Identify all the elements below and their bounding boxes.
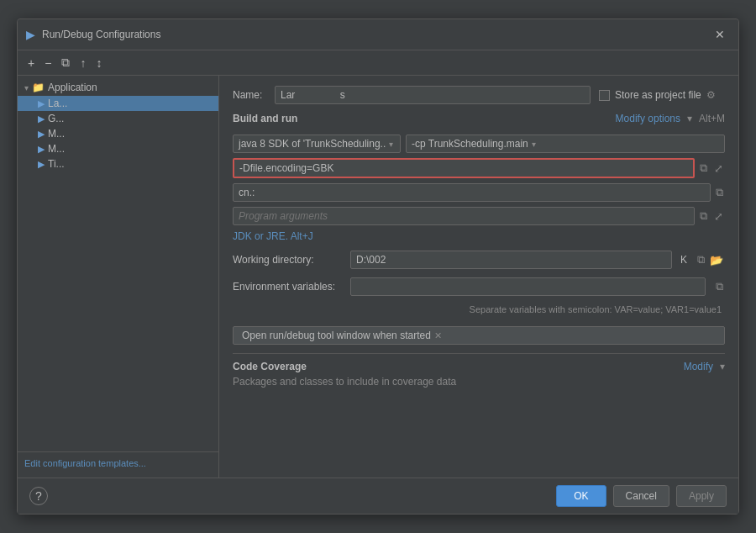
cp-arrow-icon: ▾	[532, 140, 536, 149]
sidebar-item-label-3: M...	[48, 143, 65, 155]
dialog-title: Run/Debug Configurations	[42, 29, 160, 40]
sdk-value: java 8 SDK of 'TrunkScheduling..	[239, 138, 386, 150]
modify-options-group: Modify options ▾ Alt+M	[616, 113, 725, 124]
open-window-tag-row: Open run/debug tool window when started …	[233, 326, 725, 345]
sidebar-section-application: ▾ 📁 Application ▶ La... ▶ G... ▶ M...	[18, 79, 218, 172]
working-dir-input[interactable]	[350, 251, 672, 269]
prog-expand-icon[interactable]: ⤢	[712, 208, 725, 224]
name-label: Name:	[233, 89, 266, 101]
sdk-arrow-icon: ▾	[389, 140, 393, 149]
coverage-modify-link[interactable]: Modify	[684, 361, 713, 372]
vm-copy-icon[interactable]: ⧉	[698, 160, 709, 177]
copy-config-button[interactable]: ⧉	[58, 54, 73, 71]
working-dir-copy-icon[interactable]: ⧉	[696, 251, 706, 268]
env-vars-label: Environment variables:	[233, 281, 342, 293]
vm-expand-icon[interactable]: ⤢	[712, 161, 725, 177]
main-class-copy-icon[interactable]: ⧉	[714, 184, 725, 201]
build-run-header: Build and run Modify options ▾ Alt+M	[233, 113, 725, 124]
file-icon-2: ▶	[38, 129, 45, 140]
sidebar-item-4[interactable]: ▶ Ti...	[18, 156, 218, 172]
main-class-input[interactable]	[233, 183, 711, 202]
title-bar: ▶ Run/Debug Configurations ✕	[18, 19, 738, 50]
title-bar-left: ▶ Run/Debug Configurations	[26, 28, 160, 41]
chevron-down-icon: ▾	[24, 83, 29, 92]
footer-buttons: OK Cancel Apply	[556, 485, 727, 507]
env-vars-row: Environment variables: ⧉	[233, 277, 725, 296]
build-run-title: Build and run	[233, 113, 297, 124]
folder-icon: 📁	[32, 82, 45, 93]
prog-copy-icon[interactable]: ⧉	[698, 208, 709, 224]
dialog-footer: ? OK Cancel Apply	[18, 478, 738, 514]
config-panel: Name: Store as project file ⚙ Build and …	[219, 76, 738, 478]
coverage-desc: Packages and classes to include in cover…	[233, 376, 456, 388]
program-args-input[interactable]	[233, 207, 695, 225]
sidebar-item-0[interactable]: ▶ La...	[18, 96, 218, 111]
coverage-modify-arrow: ▾	[720, 361, 725, 372]
sdk-select[interactable]: java 8 SDK of 'TrunkScheduling.. ▾	[233, 135, 401, 153]
working-dir-k[interactable]: K	[680, 254, 687, 266]
program-args-row: ⧉ ⤢	[233, 207, 725, 225]
sidebar-item-label-4: Ti...	[48, 158, 65, 170]
file-icon: ▶	[38, 98, 45, 109]
env-vars-expand-icon[interactable]: ⧉	[714, 278, 725, 295]
modify-options-link[interactable]: Modify options	[616, 113, 680, 124]
main-class-row: ⧉	[233, 183, 725, 202]
store-checkbox[interactable]	[599, 90, 610, 101]
code-coverage-section: Code Coverage Modify ▾ Packages and clas…	[233, 353, 725, 388]
main-content: ▾ 📁 Application ▶ La... ▶ G... ▶ M...	[18, 76, 738, 478]
vm-options-row: ⧉ ⤢	[233, 158, 725, 178]
cancel-button[interactable]: Cancel	[613, 485, 669, 507]
help-button[interactable]: ?	[29, 487, 48, 505]
sidebar-footer: Edit configuration templates...	[18, 451, 218, 474]
close-button[interactable]: ✕	[710, 26, 730, 43]
sidebar-group-application[interactable]: ▾ 📁 Application	[18, 79, 218, 96]
tag-close-icon[interactable]: ✕	[434, 330, 442, 341]
edit-templates-link[interactable]: Edit configuration templates...	[24, 458, 146, 468]
moveup-config-button[interactable]: ↑	[76, 55, 89, 71]
code-coverage-title: Code Coverage	[233, 361, 307, 372]
file-icon-3: ▶	[38, 144, 45, 155]
remove-config-button[interactable]: −	[41, 55, 55, 71]
cp-value: -cp TrunkScheduling.main	[412, 138, 528, 150]
store-checkbox-row: Store as project file ⚙	[599, 89, 725, 101]
working-dir-actions: ⧉ 📂	[696, 251, 725, 268]
sidebar-item-label-1: G...	[48, 113, 64, 124]
dialog-icon: ▶	[26, 28, 35, 41]
sidebar-item-3[interactable]: ▶ M...	[18, 141, 218, 156]
file-icon-4: ▶	[38, 159, 45, 170]
modify-options-alt: Alt+M	[699, 113, 725, 124]
cp-select[interactable]: -cp TrunkScheduling.main ▾	[406, 135, 725, 153]
apply-button[interactable]: Apply	[676, 485, 727, 507]
sidebar-item-2[interactable]: ▶ M...	[18, 126, 218, 141]
env-vars-input[interactable]	[350, 277, 706, 296]
build-run-section: Build and run Modify options ▾ Alt+M jav…	[233, 113, 725, 242]
run-debug-dialog: ▶ Run/Debug Configurations ✕ + − ⧉ ↑ ↕ ▾…	[17, 18, 739, 515]
sdk-cp-row: java 8 SDK of 'TrunkScheduling.. ▾ -cp T…	[233, 135, 725, 153]
open-window-tag-label: Open run/debug tool window when started	[242, 330, 431, 341]
toolbar: + − ⧉ ↑ ↕	[18, 50, 738, 76]
add-config-button[interactable]: +	[24, 55, 38, 71]
working-dir-folder-icon[interactable]: 📂	[708, 252, 725, 268]
sidebar-item-1[interactable]: ▶ G...	[18, 111, 218, 126]
env-vars-hint: Separate variables with semicolon: VAR=v…	[233, 304, 725, 314]
working-dir-row: Working directory: K ⧉ 📂	[233, 251, 725, 269]
working-dir-label: Working directory:	[233, 254, 342, 266]
file-icon-1: ▶	[38, 113, 45, 124]
modify-options-shortcut: ▾	[687, 113, 692, 124]
store-checkbox-label: Store as project file	[615, 89, 701, 101]
sidebar-group-label: Application	[48, 82, 97, 93]
sidebar-item-label-2: M...	[48, 128, 65, 140]
ok-button[interactable]: OK	[556, 485, 606, 507]
name-input[interactable]	[275, 86, 591, 104]
open-window-tag[interactable]: Open run/debug tool window when started …	[233, 326, 725, 345]
gear-icon[interactable]: ⚙	[706, 89, 716, 101]
sidebar-item-label-0: La...	[48, 98, 67, 109]
coverage-modify-group: Modify ▾	[684, 361, 725, 372]
code-coverage-header: Code Coverage Modify ▾	[233, 361, 725, 372]
vm-options-input[interactable]	[233, 158, 695, 178]
name-row: Name: Store as project file ⚙	[233, 86, 725, 104]
sidebar: ▾ 📁 Application ▶ La... ▶ G... ▶ M...	[18, 76, 219, 478]
jdk-link[interactable]: JDK or JRE. Alt+J	[233, 230, 725, 242]
sort-config-button[interactable]: ↕	[92, 55, 105, 71]
